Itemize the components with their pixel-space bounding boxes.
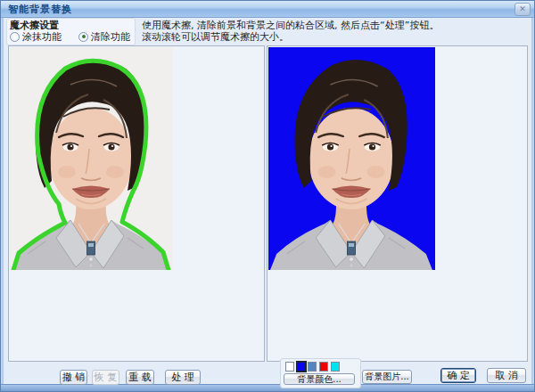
window-edge-right	[531, 17, 534, 391]
title-bar[interactable]: 智能背景替换 ✕	[1, 1, 534, 18]
dialog-window: 智能背景替换 ✕ 魔术擦设置 涂抹功能 清除功能 使用魔术擦, 清除前景和背景之…	[0, 0, 535, 392]
background-image-button[interactable]: 背景图片...	[362, 370, 412, 384]
window-edge-bottom	[1, 384, 534, 391]
bg-swatch-red[interactable]	[319, 362, 328, 372]
cancel-button[interactable]: 取 消	[487, 368, 526, 383]
bg-swatch-white[interactable]	[285, 362, 294, 372]
source-photo-canvas[interactable]	[10, 47, 173, 270]
undo-button[interactable]: 撤 销	[60, 370, 87, 385]
bg-swatch-blue[interactable]	[296, 361, 307, 372]
instruction-line-1: 使用魔术擦, 清除前景和背景之间的粘合区域, 然后点击“处理”按钮。	[142, 20, 439, 31]
redo-button[interactable]: 恢 复	[92, 370, 119, 385]
result-photo-preview	[268, 47, 435, 270]
radio-circle-icon	[10, 32, 20, 42]
source-preview-panel	[8, 45, 265, 362]
radio-smear-mode[interactable]: 涂抹功能	[10, 31, 62, 42]
radio-smear-label: 涂抹功能	[22, 30, 62, 44]
window-title: 智能背景替换	[8, 3, 72, 16]
close-icon[interactable]: ✕	[514, 3, 531, 16]
radio-circle-icon	[78, 32, 88, 42]
radio-erase-mode[interactable]: 清除功能	[78, 31, 130, 42]
radio-erase-label: 清除功能	[91, 30, 130, 44]
result-preview-panel	[267, 45, 528, 362]
background-color-button[interactable]: 背景颜色...	[284, 373, 355, 385]
ok-button[interactable]: 确 定	[440, 368, 476, 383]
instruction-line-2: 滚动滚轮可以调节魔术擦的大小。	[142, 31, 439, 43]
instruction-text: 使用魔术擦, 清除前景和背景之间的粘合区域, 然后点击“处理”按钮。 滚动滚轮可…	[142, 20, 439, 43]
reload-button[interactable]: 重 载	[126, 370, 154, 385]
magic-eraser-settings-group: 魔术擦设置 涂抹功能 清除功能	[6, 18, 136, 45]
bg-swatch-steel-blue[interactable]	[308, 362, 317, 372]
bg-swatch-cyan[interactable]	[331, 362, 340, 372]
process-button[interactable]: 处 理	[165, 370, 201, 385]
window-edge-left	[1, 17, 4, 391]
